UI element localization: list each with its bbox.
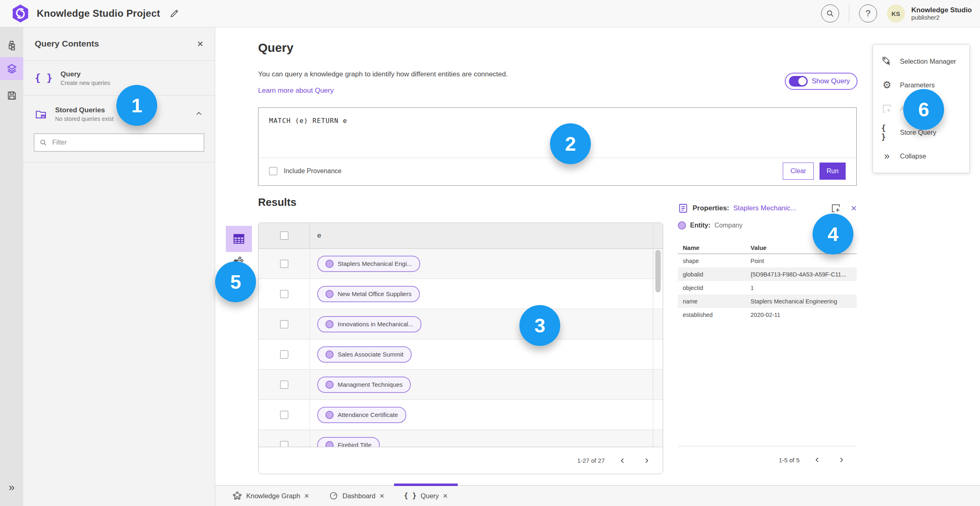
collapse-label: Collapse: [900, 152, 926, 160]
callout-badge-4: 4: [813, 214, 853, 254]
selection-manager-item[interactable]: Selection Manager: [873, 49, 969, 73]
collapse-item[interactable]: » Collapse: [873, 144, 969, 168]
clear-button[interactable]: Clear: [783, 163, 814, 180]
rail-expand-button[interactable]: »: [0, 481, 23, 494]
app-window: Knowledge Studio Project ? KS Knowledge …: [0, 0, 980, 506]
table-row[interactable]: Managment Techniques: [258, 370, 663, 400]
header-checkbox-cell: [258, 223, 310, 248]
entity-pill[interactable]: New Metal Office Suppliers: [317, 286, 420, 302]
row-checkbox[interactable]: [280, 411, 288, 419]
row-checkbox-cell: [258, 370, 310, 399]
row-checkbox-cell: [258, 279, 310, 309]
entity-pill-label: Sales Associate Summit: [338, 351, 403, 358]
toggle-knob: [798, 77, 806, 85]
tab-query-active[interactable]: { } Query ×: [394, 486, 457, 506]
chevron-up-icon: [194, 109, 203, 118]
entity-pill[interactable]: Staplers Mechanical Engi...: [317, 256, 420, 272]
row-checkbox[interactable]: [280, 260, 288, 268]
include-provenance-label: Include Provenance: [284, 167, 341, 175]
entity-dot-icon: [325, 320, 334, 328]
properties-next-page-button[interactable]: [835, 454, 847, 466]
tab-close-icon[interactable]: ×: [304, 492, 309, 500]
entity-pill-label: Attendance Certificate: [338, 411, 398, 418]
table-row[interactable]: Firebird Title: [258, 430, 663, 447]
row-checkbox[interactable]: [280, 350, 288, 359]
braces-icon: { }: [881, 123, 893, 141]
results-heading: Results: [258, 196, 296, 209]
entity-dot-icon: [325, 260, 334, 268]
collapse-section-button[interactable]: [194, 109, 203, 120]
entity-pill[interactable]: Firebird Title: [317, 437, 380, 447]
include-provenance-checkbox[interactable]: [269, 167, 277, 175]
table-row[interactable]: Innovations in Mechanical...: [258, 309, 663, 339]
properties-close-icon[interactable]: ×: [851, 203, 857, 213]
tab-close-icon[interactable]: ×: [380, 492, 385, 500]
property-row: shape Point: [678, 254, 857, 267]
knowledge-graph-icon: [232, 491, 242, 501]
entity-pill-label: Staplers Mechanical Engi...: [338, 260, 412, 267]
properties-doc-icon: [678, 203, 688, 214]
left-icon-rail: »: [0, 27, 23, 506]
edit-title-pencil-icon[interactable]: [169, 8, 180, 19]
save-icon: [7, 90, 17, 101]
store-query-label: Store Query: [900, 129, 936, 136]
property-value: 2020-02-11: [751, 312, 857, 318]
table-row[interactable]: Sales Associate Summit: [258, 339, 663, 370]
dashboard-gauge-icon: [329, 491, 339, 501]
tab-label: Knowledge Graph: [246, 492, 300, 500]
user-avatar[interactable]: KS: [887, 4, 905, 22]
entity-pill[interactable]: Attendance Certificate: [317, 407, 406, 423]
property-name: globalid: [678, 271, 751, 278]
property-row: objectid 1: [678, 281, 857, 294]
help-button[interactable]: ?: [859, 4, 877, 22]
results-prev-page-button[interactable]: [617, 455, 628, 466]
properties-prev-page-button[interactable]: [812, 454, 823, 466]
rail-layers-button[interactable]: [0, 57, 23, 80]
user-role: publisher2: [911, 14, 972, 21]
table-row[interactable]: New Metal Office Suppliers: [258, 279, 663, 309]
results-next-page-button[interactable]: [641, 455, 652, 466]
row-checkbox[interactable]: [280, 320, 288, 328]
row-checkbox-cell: [258, 309, 310, 339]
entity-dot-icon: [325, 381, 334, 389]
run-button[interactable]: Run: [820, 163, 846, 180]
user-block[interactable]: Knowledge Studio publisher2: [911, 6, 972, 21]
entity-pill[interactable]: Sales Associate Summit: [317, 346, 412, 363]
learn-more-link[interactable]: Learn more about Query: [258, 87, 334, 95]
row-checkbox[interactable]: [280, 441, 288, 447]
callout-badge-2: 2: [550, 123, 591, 164]
entity-pill-label: Managment Techniques: [338, 381, 403, 388]
entity-label: Entity:: [690, 222, 710, 229]
property-value: Point: [751, 258, 857, 264]
braces-icon: { }: [404, 492, 416, 500]
table-view-button[interactable]: [226, 226, 252, 252]
table-row[interactable]: Staplers Mechanical Engi...: [258, 249, 663, 279]
tab-dashboard[interactable]: Dashboard ×: [319, 486, 394, 506]
entity-pill[interactable]: Innovations in Mechanical...: [317, 316, 421, 332]
tab-close-icon[interactable]: ×: [443, 492, 448, 500]
table-row[interactable]: Attendance Certificate: [258, 400, 663, 430]
select-all-checkbox[interactable]: [280, 232, 288, 240]
braces-icon: { }: [35, 72, 52, 84]
search-icon: [826, 9, 835, 18]
scrollbar-thumb[interactable]: [655, 250, 661, 292]
add-to-selection-icon[interactable]: [831, 203, 841, 214]
filter-input[interactable]: [51, 138, 199, 147]
rail-save-button[interactable]: [0, 84, 23, 107]
search-button[interactable]: [821, 4, 839, 22]
row-checkbox[interactable]: [280, 381, 288, 389]
entity-pill[interactable]: Managment Techniques: [317, 377, 411, 393]
selection-manager-label: Selection Manager: [900, 58, 956, 65]
tab-knowledge-graph[interactable]: Knowledge Graph ×: [223, 486, 319, 506]
properties-entity-link[interactable]: Staplers Mechanic...: [733, 204, 796, 212]
user-name: Knowledge Studio: [911, 6, 972, 14]
query-item[interactable]: { } Query Create new queries: [23, 61, 215, 95]
filter-box[interactable]: [34, 134, 204, 152]
show-query-label: Show Query: [812, 77, 850, 85]
rail-data-model-button[interactable]: [0, 34, 23, 57]
callout-badge-6: 6: [903, 89, 944, 130]
panel-close-icon[interactable]: ×: [197, 38, 203, 49]
row-checkbox[interactable]: [280, 290, 288, 298]
property-row: established 2020-02-11: [678, 308, 857, 321]
show-query-toggle[interactable]: Show Query: [785, 73, 858, 90]
